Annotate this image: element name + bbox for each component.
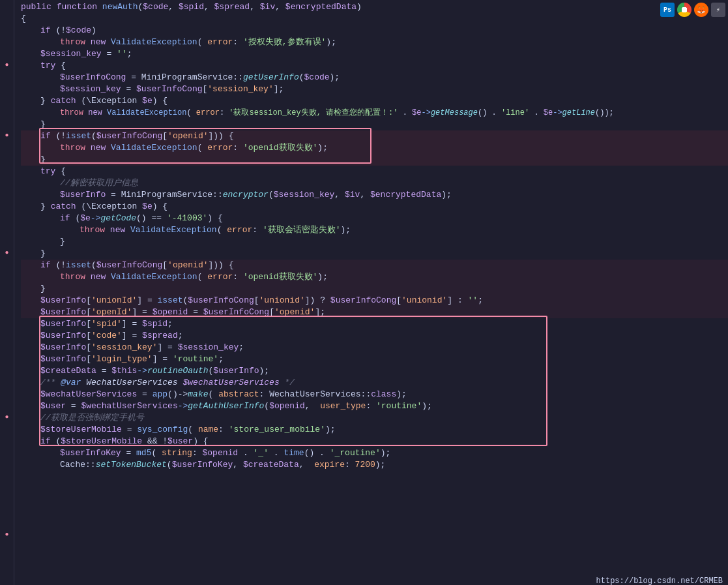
code-content: public function newAuth($code, $spid, $s… bbox=[14, 0, 728, 585]
code-line-34: $userInfoKey = md5( string: $openid . '_… bbox=[21, 447, 728, 459]
status-url: https://blog.csdn.net/CRMEB bbox=[596, 577, 723, 585]
code-line-17: throw new ValidateException( error: '获取会… bbox=[21, 224, 728, 236]
gutter-slot-43 bbox=[2, 493, 12, 505]
code-line-1: public function newAuth($code, $spid, $s… bbox=[21, 1, 728, 13]
code-line-21: throw new ValidateException( error: 'ope… bbox=[21, 271, 728, 283]
code-line-try2: try { bbox=[21, 166, 728, 177]
code-line-16: if ($e->getCode() == '-41003') { bbox=[21, 213, 728, 224]
code-line-27: $userInfo['session_key'] = $session_key; bbox=[21, 342, 728, 353]
code-line-33: if ($storeUserMobile && !$user) { bbox=[21, 436, 728, 447]
gutter-slot-7 bbox=[2, 70, 12, 82]
status-bar: https://blog.csdn.net/CRMEB bbox=[591, 575, 728, 585]
gutter-slot-35 bbox=[2, 399, 12, 411]
gutter-slot-27 bbox=[2, 305, 12, 317]
gutter-slot-21 bbox=[2, 235, 12, 247]
gutter-slot-34 bbox=[2, 387, 12, 399]
gutter-slot-37 bbox=[2, 423, 12, 434]
ext-icon[interactable]: ⚡ bbox=[711, 3, 725, 17]
gutter-slot-8 bbox=[2, 82, 12, 94]
gutter-slot-5 bbox=[2, 47, 12, 59]
toolbar: Ps 🦊 ⚡ bbox=[660, 3, 725, 17]
gutter-slot-50 bbox=[2, 575, 12, 585]
code-line-3: if (!$code) bbox=[21, 25, 728, 37]
code-line-31: $user = $wechatUserServices->getAuthUser… bbox=[21, 400, 728, 412]
gutter-slot-30 bbox=[2, 340, 12, 352]
gutter-slot-45 bbox=[2, 517, 12, 528]
code-line-25: $userInfo['spid'] = $spid; bbox=[21, 318, 728, 330]
code-line-35: Cache::setTokenBucket($userInfoKey, $cre… bbox=[21, 459, 728, 471]
code-line-18: } bbox=[21, 236, 728, 248]
gutter-slot-11 bbox=[2, 117, 12, 129]
gutter-slot-26 bbox=[2, 293, 12, 305]
gutter-slot-42 bbox=[2, 481, 12, 493]
code-line-28: $userInfo['login_type'] = 'routine'; bbox=[21, 353, 728, 365]
gutter-slot-22: ● bbox=[2, 247, 12, 258]
code-line-comment2: /** @var WechatUserServices $wechatUserS… bbox=[21, 377, 728, 389]
code-line-5: $session_key = ''; bbox=[21, 48, 728, 60]
gutter-slot-20 bbox=[2, 223, 12, 235]
code-line-13: } bbox=[21, 154, 728, 166]
gutter-slot-41 bbox=[2, 470, 12, 481]
gutter-slot-18 bbox=[2, 200, 12, 211]
gutter-slot-19 bbox=[2, 211, 12, 223]
gutter-slot-28 bbox=[2, 317, 12, 329]
gutter-slot-46: ● bbox=[2, 528, 12, 540]
gutter-slot-2 bbox=[2, 12, 12, 23]
code-line-14: $userInfo = MiniProgramService::encrypto… bbox=[21, 189, 728, 201]
gutter-slot-32 bbox=[2, 364, 12, 376]
code-line-23: $userInfo['unionId'] = isset($userInfoCo… bbox=[21, 295, 728, 307]
code-line-7: $session_key = $userInfoCong['session_ke… bbox=[21, 83, 728, 95]
gutter-slot-15 bbox=[2, 164, 12, 176]
gutter-slot-23 bbox=[2, 258, 12, 270]
gutter-slot-38 bbox=[2, 434, 12, 446]
gutter-slot-49 bbox=[2, 563, 12, 575]
gutter-slot-39 bbox=[2, 446, 12, 458]
gutter-slot-31 bbox=[2, 352, 12, 364]
gutter-slot-24 bbox=[2, 270, 12, 282]
code-line-try1: try { bbox=[21, 60, 728, 72]
code-line-19: } bbox=[21, 248, 728, 260]
code-line-comment3: //获取是否强制绑定手机号 bbox=[21, 412, 728, 424]
gutter-slot-6: ● bbox=[2, 59, 12, 70]
gutter-slot-36: ● bbox=[2, 411, 12, 423]
code-line-15: } catch (\Exception $e) { bbox=[21, 201, 728, 213]
gutter-slot-33 bbox=[2, 376, 12, 387]
gutter-slot-47 bbox=[2, 540, 12, 552]
chrome-icon[interactable] bbox=[677, 3, 692, 17]
code-line-29: $createData = $this->routineOauth($userI… bbox=[21, 365, 728, 377]
code-line-10: } bbox=[21, 119, 728, 130]
code-line-30: $wechatUserServices = app()->make( abstr… bbox=[21, 389, 728, 400]
code-line-26: $userInfo['code'] = $spread; bbox=[21, 330, 728, 342]
gutter-slot-4 bbox=[2, 35, 12, 47]
gutter-slot-44 bbox=[2, 505, 12, 517]
code-line-comment: //解密获取用户信息 bbox=[21, 177, 728, 189]
gutter-slot-1 bbox=[2, 0, 12, 12]
code-editor: Ps 🦊 ⚡ ● ● ● bbox=[0, 0, 728, 585]
code-line-2: { bbox=[21, 13, 728, 25]
code-line-6: $userInfoCong = MiniProgramService::getU… bbox=[21, 72, 728, 83]
gutter: ● ● ● ● bbox=[0, 0, 14, 585]
gutter-slot-10 bbox=[2, 106, 12, 117]
gutter-slot-40 bbox=[2, 458, 12, 470]
gutter-slot-25 bbox=[2, 282, 12, 293]
code-line-9: throw new ValidateException( error: '获取s… bbox=[21, 107, 728, 119]
code-line-22: } bbox=[21, 283, 728, 295]
gutter-slot-9 bbox=[2, 94, 12, 106]
gutter-slot-13 bbox=[2, 141, 12, 153]
firefox-icon[interactable]: 🦊 bbox=[694, 3, 708, 17]
code-line-12: throw new ValidateException( error: 'ope… bbox=[21, 142, 728, 154]
gutter-slot-29 bbox=[2, 329, 12, 340]
gutter-slot-48 bbox=[2, 552, 12, 563]
code-line-20: if (!isset($userInfoCong['openid'])) { bbox=[21, 260, 728, 271]
gutter-slot-14 bbox=[2, 153, 12, 164]
code-line-11: if (!isset($userInfoCong['openid'])) { bbox=[21, 130, 728, 142]
gutter-slot-17 bbox=[2, 188, 12, 200]
ps-icon[interactable]: Ps bbox=[660, 3, 675, 17]
gutter-slot-12: ● bbox=[2, 129, 12, 141]
code-line-4: throw new ValidateException( error: '授权失… bbox=[21, 37, 728, 48]
gutter-slot-16 bbox=[2, 176, 12, 188]
gutter-slot-3 bbox=[2, 23, 12, 35]
code-line-32: $storeUserMobile = sys_config( name: 'st… bbox=[21, 424, 728, 436]
code-line-8: } catch (\Exception $e) { bbox=[21, 95, 728, 107]
code-line-24: $userInfo['openId'] = $openid = $userInf… bbox=[21, 307, 728, 318]
